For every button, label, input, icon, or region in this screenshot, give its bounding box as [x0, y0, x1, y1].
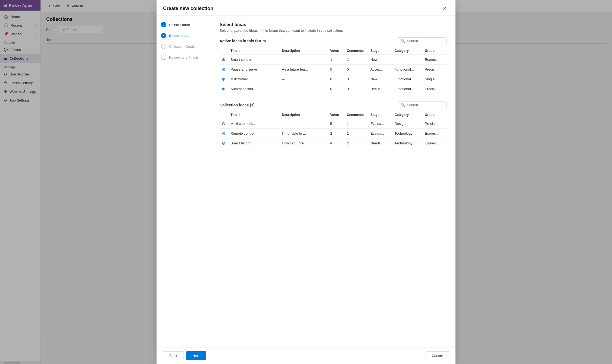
sort-icon-2: ↑: [239, 113, 240, 116]
step-select-forum[interactable]: ✓ Select Forum: [161, 22, 206, 27]
active-ideas-label: Active ideas in this forum: [220, 39, 266, 43]
idea-title: Pause and serve: [228, 65, 280, 74]
active-ideas-search-input[interactable]: [407, 39, 444, 43]
step-circle-forum: ✓: [161, 22, 166, 27]
idea-desc: ---: [280, 119, 328, 129]
add-idea-icon[interactable]: ⊕: [222, 77, 225, 81]
add-idea-icon[interactable]: ⊕: [222, 87, 225, 91]
title-col-header[interactable]: Title ↓: [228, 47, 280, 55]
idea-desc: ---: [280, 55, 328, 65]
idea-category: Design: [392, 119, 423, 129]
idea-category: Technology: [392, 138, 423, 148]
add-idea-icon[interactable]: ⊕: [222, 57, 225, 62]
collection-idea-row[interactable]: ⊖ Remote control I'm unable to ... 2 1 E…: [220, 129, 447, 138]
idea-votes: 4: [328, 138, 345, 148]
votes-col-header: Votes: [328, 47, 345, 55]
idea-category: Functional...: [392, 65, 423, 74]
collection-ideas-section: Collection ideas (3) 🔍 Title: [220, 102, 447, 148]
idea-comments: 1: [345, 55, 368, 65]
section-title: Select Ideas: [220, 22, 447, 27]
category-col-header: Category: [392, 47, 423, 55]
step-circle-ideas: ●: [161, 33, 166, 38]
step-label-review: Review and Finish: [169, 55, 198, 59]
idea-stage: New: [368, 55, 392, 65]
next-button[interactable]: Next: [186, 351, 206, 360]
stage-col-header: Stage: [368, 47, 392, 55]
search-icon-2: 🔍: [401, 103, 405, 107]
active-idea-row[interactable]: ⊕ Smart control --- 1 1 New --- Espres..…: [220, 55, 447, 65]
collection-idea-row[interactable]: ⊖ Smart technol... How can I bre... 4 2 …: [220, 138, 447, 148]
group-col-header-2: Group: [423, 111, 447, 119]
stage-col-header-2: Stage: [368, 111, 392, 119]
step-review-finish[interactable]: Review and Finish: [161, 55, 206, 60]
active-ideas-table-header-row: Title ↓ Description Votes Comments Stage…: [220, 47, 447, 55]
active-idea-row[interactable]: ⊕ Pause and serve As a future fea... 0 0…: [220, 65, 447, 74]
modal-footer: Back Next Cancel: [157, 347, 455, 364]
active-ideas-search-box[interactable]: 🔍: [398, 37, 447, 44]
collection-ideas-search-input[interactable]: [407, 103, 444, 107]
remove-idea-icon[interactable]: ⊖: [222, 131, 225, 136]
active-ideas-section: Active ideas in this forum 🔍 Title: [220, 37, 447, 94]
active-idea-row[interactable]: ⊕ Milk frother --- 0 0 New Functional...…: [220, 74, 447, 84]
step-select-ideas[interactable]: ● Select Ideas: [161, 33, 206, 38]
idea-votes: 1: [328, 55, 345, 65]
idea-group: Precisi...: [423, 65, 447, 74]
step-label-ideas: Select Ideas: [169, 34, 189, 38]
collection-ideas-header: Collection ideas (3) 🔍: [220, 102, 447, 108]
icon-col-header: [220, 47, 228, 55]
idea-category: Functional...: [392, 74, 423, 84]
idea-comments: 0: [345, 74, 368, 84]
idea-desc: ---: [280, 84, 328, 94]
idea-category: Functional...: [392, 84, 423, 94]
idea-group: Espres...: [423, 138, 447, 148]
add-idea-icon[interactable]: ⊕: [222, 67, 225, 72]
collection-ideas-table-header-row: Title ↑ Description Votes Comments Stage…: [220, 111, 447, 119]
icon-col-header-2: [220, 111, 228, 119]
idea-comments: 1: [345, 129, 368, 138]
idea-title: Automatic shu...: [228, 84, 280, 94]
idea-group: Espres...: [423, 55, 447, 65]
collection-idea-row[interactable]: ⊖ Multi cup setti... --- 5 1 Evalua... D…: [220, 119, 447, 129]
active-idea-row[interactable]: ⊕ Automatic shu... --- 0 0 Declin... Fun…: [220, 84, 447, 94]
step-collection-details[interactable]: Collection Details: [161, 44, 206, 49]
desc-col-header: Description: [280, 47, 328, 55]
votes-col-header-2: Votes: [328, 111, 345, 119]
back-button[interactable]: Back: [163, 351, 183, 360]
collection-ideas-label: Collection ideas (3): [220, 103, 254, 107]
step-circle-review: [161, 55, 166, 60]
idea-stage: Evalua...: [368, 129, 392, 138]
footer-left-buttons: Back Next: [163, 351, 206, 360]
remove-idea-icon[interactable]: ⊖: [222, 141, 225, 145]
active-ideas-header: Active ideas in this forum 🔍: [220, 37, 447, 44]
idea-group: Precisi...: [423, 84, 447, 94]
idea-comments: 2: [345, 138, 368, 148]
active-ideas-table: Title ↓ Description Votes Comments Stage…: [220, 47, 447, 94]
create-collection-modal: Create new collection ✕ ✓ Select Forum ●…: [157, 0, 455, 364]
modal-close-button[interactable]: ✕: [441, 5, 449, 12]
section-desc: Select unparented ideas in this forum th…: [220, 29, 447, 33]
idea-votes: 2: [328, 129, 345, 138]
search-icon: 🔍: [401, 39, 405, 43]
idea-stage: Declin...: [368, 84, 392, 94]
comments-col-header: Comments: [345, 47, 368, 55]
idea-stage: New: [368, 74, 392, 84]
collection-ideas-search-box[interactable]: 🔍: [398, 102, 447, 108]
idea-category: Technology: [392, 129, 423, 138]
idea-desc: As a future fea...: [280, 65, 328, 74]
cancel-button[interactable]: Cancel: [426, 351, 449, 360]
idea-comments: 0: [345, 65, 368, 74]
step-label-details: Collection Details: [169, 45, 196, 49]
idea-title: Milk frother: [228, 74, 280, 84]
category-col-header-2: Category: [392, 111, 423, 119]
modal-header: Create new collection ✕: [157, 0, 455, 15]
idea-title: Remote control: [228, 129, 280, 138]
remove-idea-icon[interactable]: ⊖: [222, 121, 225, 126]
comments-col-header-2: Comments: [345, 111, 368, 119]
idea-votes: 0: [328, 74, 345, 84]
title-col-header-2[interactable]: Title ↑: [228, 111, 280, 119]
idea-stage: Needs...: [368, 138, 392, 148]
idea-group: Precisi...: [423, 119, 447, 129]
idea-title: Smart technol...: [228, 138, 280, 148]
modal-overlay: Create new collection ✕ ✓ Select Forum ●…: [0, 0, 612, 364]
idea-desc: ---: [280, 74, 328, 84]
